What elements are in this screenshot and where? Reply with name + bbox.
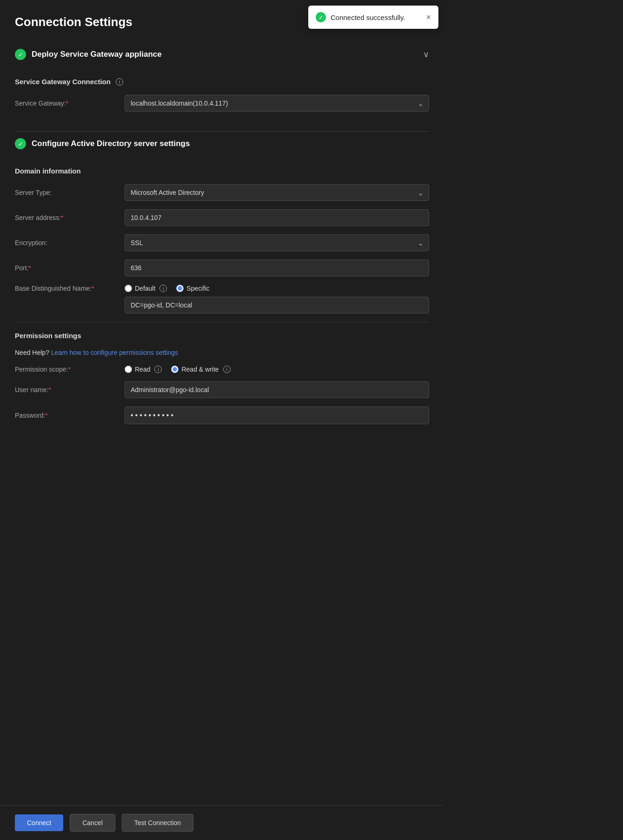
base-dn-specific-radio[interactable] [176, 285, 184, 292]
active-directory-section-content: Domain information Server Type: Microsof… [15, 156, 429, 444]
deploy-section-check-icon: ✓ [15, 49, 26, 60]
password-row: Password:* [15, 407, 429, 424]
service-gateway-row: Service Gateway:* localhost.localdomain(… [15, 95, 429, 112]
server-address-row: Server address:* [15, 209, 429, 226]
server-address-label: Server address:* [15, 214, 117, 221]
base-dn-default-option[interactable]: Default i [125, 285, 167, 292]
base-dn-input[interactable] [125, 297, 429, 313]
password-label: Password:* [15, 412, 117, 419]
encryption-row: Encryption: SSL None TLS [15, 234, 429, 251]
read-option[interactable]: Read i [125, 366, 162, 373]
base-dn-radio-row: Base Distinguished Name:* Default i Spec… [15, 285, 429, 292]
toast-success-icon: ✓ [316, 12, 326, 22]
toast-message: Connected successfully. [331, 13, 405, 21]
active-directory-section-check-icon: ✓ [15, 138, 26, 149]
service-gateway-connection-info-icon[interactable]: i [116, 78, 123, 86]
active-directory-section-title: Configure Active Directory server settin… [32, 139, 190, 148]
help-text: Need Help? Learn how to configure permis… [15, 349, 429, 356]
encryption-label: Encryption: [15, 239, 117, 247]
active-directory-section-header[interactable]: ✓ Configure Active Directory server sett… [15, 132, 429, 156]
permission-settings-label: Permission settings [15, 332, 429, 340]
port-input[interactable] [125, 260, 429, 276]
base-dn-specific-option[interactable]: Specific [176, 285, 209, 292]
read-write-radio[interactable] [171, 366, 179, 373]
read-write-info-icon[interactable]: i [223, 366, 231, 373]
deploy-section-title: Deploy Service Gateway appliance [32, 50, 162, 59]
read-info-icon[interactable]: i [154, 366, 162, 373]
encryption-select-wrapper[interactable]: SSL None TLS [125, 234, 429, 251]
toast-close-button[interactable]: × [426, 13, 431, 21]
read-write-label: Read & write [181, 366, 219, 373]
service-gateway-select-wrapper[interactable]: localhost.localdomain(10.0.4.117) [125, 95, 429, 112]
base-dn-specific-label: Specific [186, 285, 209, 292]
username-input[interactable] [125, 381, 429, 398]
service-gateway-connection-label: Service Gateway Connection [15, 78, 111, 86]
username-label: User name:* [15, 386, 117, 393]
port-label: Port:* [15, 264, 117, 272]
permission-scope-label: Permission scope:* [15, 366, 117, 373]
server-type-label: Server Type: [15, 189, 117, 196]
base-dn-radio-group: Default i Specific [125, 285, 429, 292]
deploy-section-chevron-icon: ∨ [423, 49, 429, 60]
server-type-select-wrapper[interactable]: Microsoft Active Directory [125, 184, 429, 201]
deploy-section-content: Service Gateway Connection i Service Gat… [15, 67, 429, 131]
server-address-input[interactable] [125, 209, 429, 226]
deploy-section: ✓ Deploy Service Gateway appliance ∨ Ser… [15, 42, 429, 131]
help-link[interactable]: Learn how to configure permissions setti… [51, 349, 178, 356]
read-radio[interactable] [125, 366, 132, 373]
domain-information-label: Domain information [15, 167, 429, 175]
service-gateway-label: Service Gateway:* [15, 100, 117, 107]
base-dn-info-icon[interactable]: i [159, 285, 167, 292]
encryption-select[interactable]: SSL None TLS [125, 234, 429, 251]
permission-scope-radio-group: Read i Read & write i [125, 366, 429, 373]
service-gateway-select[interactable]: localhost.localdomain(10.0.4.117) [125, 95, 429, 112]
active-directory-section: ✓ Configure Active Directory server sett… [15, 132, 429, 444]
read-write-option[interactable]: Read & write i [171, 366, 230, 373]
port-row: Port:* [15, 260, 429, 276]
username-row: User name:* [15, 381, 429, 398]
base-dn-input-row: spacer [15, 297, 429, 313]
read-label: Read [135, 366, 150, 373]
base-dn-default-radio[interactable] [125, 285, 132, 292]
base-dn-default-label: Default [135, 285, 155, 292]
toast-notification: ✓ Connected successfully. × [308, 6, 438, 29]
server-type-row: Server Type: Microsoft Active Directory [15, 184, 429, 201]
password-input[interactable] [125, 407, 429, 424]
server-type-select[interactable]: Microsoft Active Directory [125, 184, 429, 201]
permission-divider [15, 322, 429, 322]
permission-scope-row: Permission scope:* Read i Read & write i [15, 366, 429, 373]
deploy-section-header[interactable]: ✓ Deploy Service Gateway appliance ∨ [15, 42, 429, 67]
base-dn-label: Base Distinguished Name:* [15, 285, 117, 292]
